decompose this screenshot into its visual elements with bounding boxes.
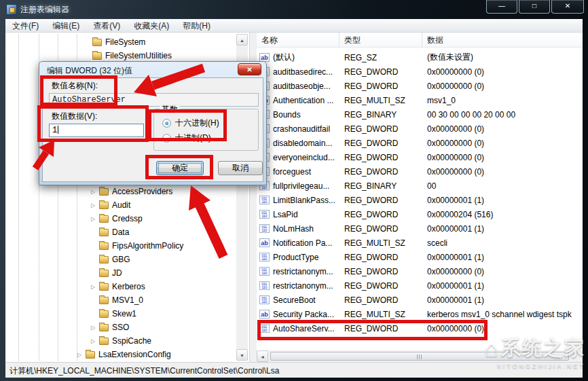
table-row[interactable]: 011110 restrictanonym... REG_DWORD 0x000… [257, 278, 583, 293]
value-name: Authentication ... [273, 96, 333, 105]
column-header-name[interactable]: 名称 [257, 33, 339, 47]
expander-icon[interactable]: ▷ [91, 325, 99, 331]
value-data-text: 1 [52, 126, 57, 135]
expander-icon[interactable]: ▷ [91, 202, 99, 208]
table-row[interactable]: ab (默认) REG_SZ (数值未设置) [257, 50, 583, 65]
menu-item[interactable]: 编辑(E) [45, 19, 86, 33]
scroll-up-icon[interactable]: ▲ [236, 34, 248, 46]
table-row[interactable]: ab Notification Pa... REG_MULTI_SZ scecl… [257, 236, 583, 250]
scroll-down-icon[interactable]: ▼ [236, 349, 248, 361]
tree-item[interactable]: Data [5, 225, 234, 239]
table-row[interactable]: 011110 everyoneinclud... REG_DWORD 0x000… [257, 150, 583, 164]
table-row[interactable]: 011110 LimitBlankPass... REG_DWORD 0x000… [257, 193, 583, 207]
value-type: REG_DWORD [339, 196, 422, 205]
tree-item-label: Kerberos [112, 282, 145, 291]
table-row[interactable]: 011110 restrictanonym... REG_DWORD 0x000… [257, 264, 583, 278]
expander-icon[interactable]: ▷ [91, 216, 99, 222]
close-button[interactable]: ✕ [551, 0, 584, 14]
tree-item[interactable]: ▷ AccessProviders [5, 185, 234, 198]
dialog-close-button[interactable]: ✕ [238, 63, 261, 75]
menu-bar: 文件(F)编辑(E)查看(V)收藏夹(A)帮助(H) [5, 19, 583, 33]
column-header-data[interactable]: 数据 [422, 33, 583, 47]
tree-item[interactable]: GBG [5, 253, 234, 266]
menu-item[interactable]: 查看(V) [86, 19, 127, 33]
menu-item[interactable]: 文件(F) [5, 19, 45, 33]
text-caret [58, 126, 58, 134]
values-list-pane[interactable]: 名称 类型 数据 ab (默认) REG_SZ (数值未设置) 011110 a… [257, 33, 583, 362]
table-row[interactable]: 011110 crashonauditfail REG_DWORD 0x0000… [257, 122, 583, 136]
radio-hexadecimal[interactable]: 十六进制(H) [162, 117, 219, 129]
horizontal-scrollbar[interactable]: ◄ [257, 350, 583, 362]
value-name: disabledomain... [273, 139, 332, 148]
value-type: REG_DWORD [339, 295, 422, 305]
folder-icon [99, 188, 109, 196]
tree-item[interactable]: ▷ LsaExtensionConfig [5, 348, 234, 361]
table-row[interactable]: 011110 disabledomain... REG_DWORD 0x0000… [257, 136, 583, 150]
tree-item[interactable]: ▷ Credssp [5, 212, 234, 225]
tree-item[interactable]: ▷ Kerberos [5, 280, 234, 293]
table-row[interactable]: 011110 Bounds REG_BINARY 00 30 00 00 00 … [257, 107, 583, 122]
value-data: 0x00000000 (0) [422, 267, 583, 276]
edit-dword-dialog[interactable]: 编辑 DWORD (32 位)值 ✕ 数值名称(N): AutoShareSer… [39, 61, 267, 185]
column-header-type[interactable]: 类型 [339, 33, 422, 47]
value-name: crashonauditfail [273, 124, 330, 134]
value-type-icon: 011110 [259, 324, 270, 333]
tree-item-label: Skew1 [112, 309, 136, 319]
value-type: REG_DWORD [339, 224, 422, 234]
menu-item[interactable]: 帮助(H) [176, 19, 217, 33]
cancel-button[interactable]: 取消 [218, 161, 263, 175]
table-row[interactable]: 011110 LsaPid REG_DWORD 0x00000204 (516) [257, 207, 583, 221]
tree-item[interactable]: ▷ SSO [5, 321, 234, 334]
tree-item[interactable]: ▷ Audit [5, 198, 234, 212]
expander-icon[interactable]: ▷ [91, 189, 99, 195]
expander-icon[interactable]: ▷ [77, 352, 86, 358]
scroll-left-icon[interactable]: ◄ [257, 350, 268, 362]
tree-item-label: FipsAlgorithmPolicy [112, 241, 183, 251]
table-row[interactable]: 011110 forceguest REG_DWORD 0x00000000 (… [257, 164, 583, 179]
minimize-button[interactable]: — [486, 0, 517, 14]
table-row[interactable]: 011110 auditbaseobje... REG_DWORD 0x0000… [257, 79, 583, 93]
value-name: Notification Pa... [273, 238, 332, 248]
value-type-icon: 011110 [259, 295, 270, 304]
maximize-button[interactable]: □ [519, 0, 550, 14]
radio-unselected-icon[interactable] [162, 134, 171, 143]
table-row[interactable]: 011110 SecureBoot REG_DWORD 0x00000001 (… [257, 293, 583, 307]
tree-item-label: AccessProviders [112, 187, 172, 196]
value-type: REG_DWORD [339, 324, 422, 333]
menu-item[interactable]: 收藏夹(A) [127, 19, 176, 33]
table-row[interactable]: ab Security Packa... REG_MULTI_SZ kerber… [257, 307, 583, 321]
folder-icon [92, 52, 102, 60]
value-data: (数值未设置) [422, 52, 583, 63]
table-row[interactable]: 011110 auditbasedirec... REG_DWORD 0x000… [257, 65, 583, 79]
tree-item[interactable]: FileSystemUtilities [5, 49, 234, 62]
tree-item[interactable]: JD [5, 266, 234, 280]
value-type: REG_MULTI_SZ [339, 310, 422, 319]
folder-icon [99, 215, 109, 223]
table-row[interactable]: 011110 NoLmHash REG_DWORD 0x00000001 (1) [257, 221, 583, 236]
expander-icon[interactable]: ▷ [91, 284, 99, 290]
title-bar[interactable]: 注册表编辑器 — □ ✕ [0, 0, 588, 19]
folder-icon [99, 310, 109, 318]
radio-selected-icon[interactable] [162, 119, 171, 128]
table-row[interactable]: 011110 fullprivilegeau... REG_BINARY 00 [257, 179, 583, 193]
radio-decimal[interactable]: 十进制(D) [162, 132, 211, 144]
scrollbar-thumb[interactable] [270, 352, 569, 361]
tree-item[interactable]: ▷ SspiCache [5, 334, 234, 348]
value-data: 0x00000000 (0) [422, 324, 583, 333]
tree-item[interactable]: MSV1_0 [5, 293, 234, 307]
table-row-highlighted[interactable]: 011110 AutoShareServ... REG_DWORD 0x0000… [257, 321, 583, 335]
value-data-input[interactable]: 1 [49, 124, 144, 137]
tree-item[interactable]: FileSystem [5, 35, 234, 49]
ok-button[interactable]: 确定 [156, 161, 204, 175]
value-name: SecureBoot [273, 295, 316, 305]
tree-item[interactable]: Skew1 [5, 307, 234, 321]
table-row[interactable]: ab Authentication ... REG_MULTI_SZ msv1_… [257, 93, 583, 107]
value-data: msv1_0 [422, 96, 583, 105]
value-name: auditbaseobje... [273, 81, 331, 91]
value-type: REG_DWORD [339, 267, 422, 276]
tree-item-label: LsaExtensionConfig [98, 350, 171, 359]
tree-item[interactable]: FipsAlgorithmPolicy [5, 239, 234, 253]
base-group-legend: 基数 [160, 104, 180, 115]
expander-icon[interactable]: ▷ [91, 338, 99, 344]
table-row[interactable]: 011110 ProductType REG_DWORD 0x00000001 … [257, 250, 583, 264]
